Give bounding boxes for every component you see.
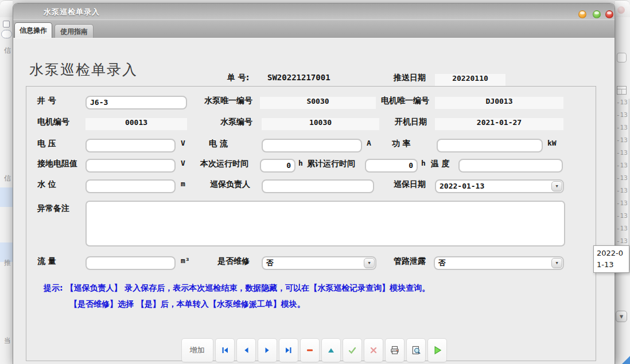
search-box-fragment xyxy=(1,30,12,38)
power-input[interactable] xyxy=(437,139,543,152)
flow-input[interactable] xyxy=(85,256,176,270)
form-title: 水泵巡检单录入 xyxy=(29,60,138,79)
run-time-unit: h xyxy=(298,159,303,173)
nav-last-button[interactable] xyxy=(279,338,298,362)
calendar-icon xyxy=(617,86,627,95)
run-time-input[interactable]: 0 xyxy=(260,159,295,173)
start-date-field: 2021-01-27 xyxy=(435,118,563,130)
post-icon xyxy=(348,346,357,355)
temperature-input[interactable] xyxy=(458,159,563,173)
remark-textarea[interactable] xyxy=(85,201,565,246)
voltage-label: 电 压 xyxy=(37,139,56,152)
bg-list-item: -13 xyxy=(615,174,630,187)
post-button[interactable] xyxy=(343,338,362,362)
bg-list-item: -13 xyxy=(615,225,630,237)
background-left-panel: 信 信 推 当 xyxy=(0,0,13,364)
print-preview-button[interactable] xyxy=(406,338,426,362)
tab-info-operation[interactable]: 信息操作 xyxy=(14,22,52,38)
cancel-button[interactable] xyxy=(364,338,383,362)
water-level-unit: m xyxy=(181,179,185,193)
nav-prior-icon xyxy=(242,346,251,355)
inspect-date-value: 2022-01-13 xyxy=(440,182,484,190)
bg-label-fragment: 信 xyxy=(4,46,13,56)
dialog-content: 水泵巡检单录入 单 号: SW20221217001 推送日期 20220110… xyxy=(13,38,615,364)
chevron-down-icon[interactable]: ▼ xyxy=(551,181,562,191)
well-no-input[interactable]: J6-3 xyxy=(85,96,187,109)
nav-first-button[interactable] xyxy=(215,338,235,362)
delete-icon xyxy=(305,346,314,355)
motor-uid-field: DJ0013 xyxy=(435,97,563,109)
water-level-input[interactable] xyxy=(85,179,176,193)
bg-right-list: -13-13-13-13-13-13-13-13-13-13-13-13-13 xyxy=(615,99,630,263)
temperature-label: 温 度 xyxy=(431,159,450,173)
motor-uid-label: 电机唯一编号 xyxy=(381,96,429,109)
water-level-label: 水 位 xyxy=(37,179,56,193)
tab-user-guide[interactable]: 使用指南 xyxy=(55,24,94,38)
nav-prior-button[interactable] xyxy=(236,338,256,362)
close-button[interactable] xyxy=(605,10,613,18)
print-button[interactable] xyxy=(385,338,405,362)
resize-grip-icon xyxy=(622,356,630,364)
flow-unit: m³ xyxy=(181,256,190,270)
edit-button[interactable] xyxy=(321,338,341,362)
ground-resistance-label: 接地电阻值 xyxy=(37,159,77,173)
total-run-time-input[interactable]: 0 xyxy=(365,159,418,173)
voltage-input[interactable] xyxy=(85,139,176,152)
nav-next-icon xyxy=(263,346,272,355)
bg-list-item: -13 xyxy=(615,124,630,136)
current-unit: A xyxy=(367,139,371,152)
voltage-unit: V xyxy=(181,139,185,152)
bg-small-button xyxy=(617,53,627,62)
repair-label: 是否维修 xyxy=(217,256,250,270)
print-preview-icon xyxy=(411,345,421,355)
bg-list-item: -13 xyxy=(615,212,630,225)
repair-value: 否 xyxy=(266,259,274,267)
bg-list-item: -13 xyxy=(615,162,630,174)
edit-icon xyxy=(326,346,336,355)
power-label: 功 率 xyxy=(392,139,411,152)
motor-no-field: 00013 xyxy=(85,118,187,130)
delete-button[interactable] xyxy=(300,338,320,362)
push-date-label: 推送日期 xyxy=(394,73,426,87)
chevron-down-icon[interactable]: ▼ xyxy=(364,258,375,268)
bg-label-fragment: 推 xyxy=(4,258,13,268)
nav-last-icon xyxy=(284,346,293,355)
inspector-input[interactable] xyxy=(262,179,374,193)
remark-label: 异常备注 xyxy=(37,203,69,217)
bg-label-fragment: 信 xyxy=(4,174,13,183)
pump-no-field: 10030 xyxy=(262,118,379,130)
bg-label-fragment: 当 xyxy=(4,336,13,346)
bg-dropdown-button: ▼ xyxy=(616,311,627,322)
dialog-titlebar[interactable]: 水泵巡检单录入 xyxy=(13,3,615,19)
hint-line-1: 提示: 【巡保负责人】 录入保存后，表示本次巡检结束，数据隐藏，可以在【水泵巡检… xyxy=(44,283,430,293)
push-date-field: 20220110 xyxy=(435,74,505,86)
ground-resistance-input[interactable] xyxy=(85,159,176,173)
leak-combobox[interactable]: 否 ▼ xyxy=(434,256,564,270)
order-no-value: SW20221217001 xyxy=(267,73,330,87)
checkbox-fragment-icon xyxy=(3,21,10,28)
motor-no-label: 电机编号 xyxy=(37,117,69,131)
inspector-label: 巡保负责人 xyxy=(210,179,250,193)
bg-selected-row-fragment xyxy=(0,187,13,207)
nav-first-icon xyxy=(220,346,230,355)
bg-list-item: -13 xyxy=(615,136,630,149)
execute-button[interactable] xyxy=(427,338,447,362)
ground-resistance-unit: V xyxy=(181,159,185,173)
current-input[interactable] xyxy=(262,139,362,152)
pump-uid-label: 水泵唯一编号 xyxy=(204,96,252,109)
chevron-down-icon[interactable]: ▼ xyxy=(551,258,562,268)
minimize-button[interactable] xyxy=(578,10,586,18)
nav-next-button[interactable] xyxy=(258,338,277,362)
run-time-label: 本次运行时间 xyxy=(200,159,248,173)
date-tooltip: 2022-01-13 xyxy=(593,245,629,273)
maximize-button[interactable] xyxy=(593,10,601,18)
pump-inspection-dialog: 水泵巡检单录入 信息操作 使用指南 水泵巡检单录入 单 号: SW2022121… xyxy=(13,3,615,364)
bg-list-item: -13 xyxy=(615,187,630,199)
inactive-close-orb-icon xyxy=(617,6,625,14)
leak-label: 管路泄露 xyxy=(394,256,426,270)
well-no-label: 井 号 xyxy=(37,96,56,109)
window-title: 水泵巡检单录入 xyxy=(44,7,100,17)
repair-combobox[interactable]: 否 ▼ xyxy=(262,256,376,270)
add-button[interactable]: 增加 xyxy=(181,338,213,362)
inspect-date-combobox[interactable]: 2022-01-13 ▼ xyxy=(435,179,564,193)
